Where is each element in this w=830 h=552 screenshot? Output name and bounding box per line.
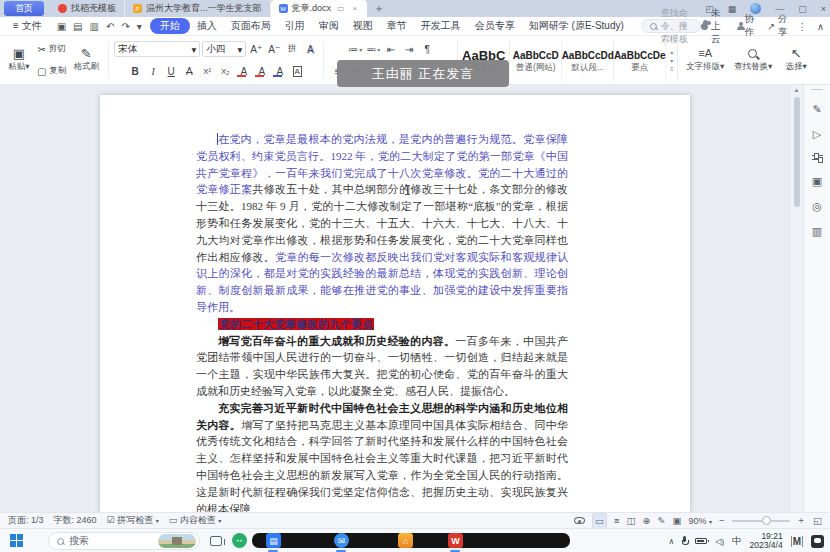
menu-item-section[interactable]: 章节 <box>380 18 414 34</box>
find-replace-button[interactable]: 查找替换▾ <box>730 38 776 82</box>
location-pin-icon[interactable]: ◎ <box>812 200 822 212</box>
document-page[interactable]: 在党内，党章是最根本的党内法规，是党内的普遍行为规范。党章保障党员权利、约束党员… <box>100 95 690 512</box>
font-color-icon[interactable]: A <box>271 63 287 80</box>
select-button[interactable]: ↖ 选择▾ <box>778 38 814 82</box>
bullets-icon[interactable]: ≔▾ <box>347 41 363 58</box>
export-image-icon[interactable]: ▣ <box>812 175 822 187</box>
app-icon-blue-1[interactable]: ▤ <box>266 533 281 548</box>
content-check-button[interactable]: ▭ 内容检查 ▾ <box>169 514 222 527</box>
font-size-select[interactable]: 小四▾ <box>202 41 246 57</box>
page-view-icon[interactable]: ▭ <box>592 513 607 529</box>
taskbar-clock[interactable]: 19:21 2023/4/4 <box>750 532 783 551</box>
app-icon-home[interactable]: ⌂ <box>398 533 413 548</box>
decrease-font-icon[interactable]: A⁻ <box>266 41 282 58</box>
zoom-slider[interactable] <box>732 520 790 522</box>
menu-item-view[interactable]: 视图 <box>346 18 380 34</box>
reader-book-icon[interactable]: ▥ <box>812 225 822 237</box>
decrease-indent-icon[interactable]: ⇤ <box>383 41 399 58</box>
menu-item-devtools[interactable]: 开发工具 <box>414 18 468 34</box>
scroll-up-icon[interactable]: ▲ <box>794 86 800 94</box>
ime-indicator[interactable]: 中 <box>732 535 742 548</box>
more-options-icon[interactable]: ⋮ <box>798 21 808 32</box>
collaborate-button[interactable]: 协作 <box>737 13 758 39</box>
font-family-select[interactable]: 宋体▾ <box>114 41 200 57</box>
qat-dropdown-icon[interactable]: ▾ <box>137 21 142 32</box>
home-tab[interactable]: 首页 <box>4 1 44 16</box>
styles-more-icon[interactable]: ≡ <box>670 66 674 72</box>
fit-window-icon[interactable]: ▣ <box>672 515 681 526</box>
command-search-box[interactable]: 查找命令、搜索模板 <box>641 19 701 33</box>
copy-button[interactable]: ▢ 复制 <box>36 63 67 80</box>
styles-scroll-down-icon[interactable]: ▾ <box>670 57 673 64</box>
m-logo-icon[interactable]: M <box>791 536 803 547</box>
page-indicator[interactable]: 页面: 1/3 <box>8 514 44 527</box>
pointer-icon[interactable]: ▷ <box>813 128 821 140</box>
strikethrough-icon[interactable]: A <box>181 63 197 80</box>
print-preview-icon[interactable]: ▥ <box>90 21 99 32</box>
fullscreen-icon[interactable]: ◱ <box>813 515 822 526</box>
print-icon[interactable]: ▤ <box>73 21 82 32</box>
menu-item-page-layout[interactable]: 页面布局 <box>224 18 278 34</box>
tab-party-branch[interactable]: P 温州大学教育...一学生党支部 <box>125 0 271 17</box>
zoom-slider-knob[interactable] <box>762 516 771 525</box>
menu-item-references[interactable]: 引用 <box>278 18 312 34</box>
annotate-icon[interactable]: ✎ <box>657 515 665 526</box>
subscript-icon[interactable]: X₂ <box>217 63 233 80</box>
superscript-icon[interactable]: X² <box>199 63 215 80</box>
menu-item-review[interactable]: 审阅 <box>312 18 346 34</box>
zoom-level[interactable]: 90% ▾ <box>688 516 712 526</box>
bold-icon[interactable]: B <box>127 63 143 80</box>
cut-button[interactable]: ✂ 剪切 <box>37 41 67 58</box>
phonetic-guide-icon[interactable]: 拼 <box>284 41 300 58</box>
wps-app-icon[interactable]: W <box>448 533 463 548</box>
eye-protect-icon[interactable] <box>574 517 585 524</box>
vertical-scrollbar[interactable]: ▲ <box>789 85 803 512</box>
edit-pen-icon[interactable]: ✎ <box>812 103 821 115</box>
paste-button[interactable]: ▣ 粘贴▾ <box>4 38 34 82</box>
search-highlight-thumbnail[interactable] <box>158 534 196 548</box>
tab-docer-templates[interactable]: 找稻壳模板 <box>50 0 125 17</box>
file-menu[interactable]: ≡ 文件 <box>6 18 49 34</box>
zoom-in-icon[interactable]: ＋ <box>797 514 807 527</box>
outline-view-icon[interactable]: ≡ <box>614 515 620 526</box>
menu-item-insert[interactable]: 插入 <box>190 18 224 34</box>
numbering-icon[interactable]: ≕▾ <box>365 41 381 58</box>
taskbar-search-box[interactable]: 搜索 <box>48 532 200 550</box>
volume-icon[interactable]: ◁) <box>715 537 724 546</box>
increase-indent-icon[interactable]: ⇥ <box>401 41 417 58</box>
style-keypoint[interactable]: AaBbCcDe 要点 <box>614 39 666 81</box>
save-icon[interactable]: ▣ <box>57 21 66 32</box>
menu-item-member[interactable]: 会员专享 <box>468 18 522 34</box>
wechat-app-icon[interactable]: ·· <box>232 533 247 548</box>
spell-check-button[interactable]: ☑ 拼写检查 ▾ <box>107 514 159 527</box>
scrollbar-thumb[interactable] <box>794 97 800 207</box>
collapse-ribbon-icon[interactable]: ∧ <box>817 21 824 32</box>
zoom-out-icon[interactable]: − <box>719 515 725 526</box>
share-button[interactable]: ↗分享 <box>767 13 787 39</box>
style-default-paragraph[interactable]: AaBbCcDd 默认段... <box>562 39 614 81</box>
character-border-icon[interactable]: A <box>289 63 305 80</box>
character-shading-icon[interactable]: A <box>235 63 251 80</box>
menu-item-cnki[interactable]: 知网研学 (原E-Study) <box>522 18 631 34</box>
redo-icon[interactable]: ↷ <box>121 21 129 32</box>
chat-notification-icon[interactable] <box>811 535 824 548</box>
task-view-icon[interactable] <box>210 536 222 546</box>
text-direction-icon[interactable]: ¶ <box>419 41 435 58</box>
battery-icon[interactable] <box>695 538 707 544</box>
undo-icon[interactable]: ↶ <box>106 21 114 32</box>
document-canvas[interactable]: 在党内，党章是最根本的党内法规，是党内的普遍行为规范。党章保障党员权利、约束党员… <box>0 85 789 512</box>
windows-start-button[interactable] <box>10 534 24 548</box>
settings-sliders-icon[interactable] <box>812 153 823 162</box>
tab-document-active[interactable]: W 党章.docx ▭ × <box>271 0 368 17</box>
microphone-icon[interactable] <box>682 536 687 546</box>
word-count[interactable]: 字数: 2460 <box>54 514 97 527</box>
tray-chevron-icon[interactable]: ∧ <box>668 537 674 546</box>
underline-icon[interactable]: U <box>163 63 179 80</box>
format-painter-button[interactable]: ✎ 格式刷 <box>69 38 103 82</box>
two-page-view-icon[interactable]: ◫ <box>627 515 636 526</box>
feedback-bubble-icon[interactable]: ▭ <box>335 4 347 13</box>
increase-font-icon[interactable]: A⁺ <box>248 41 264 58</box>
tab-close-icon[interactable]: × <box>351 4 360 13</box>
app-icon-blue-2[interactable]: ✉ <box>334 533 349 548</box>
web-view-icon[interactable]: ⊕ <box>642 515 650 526</box>
